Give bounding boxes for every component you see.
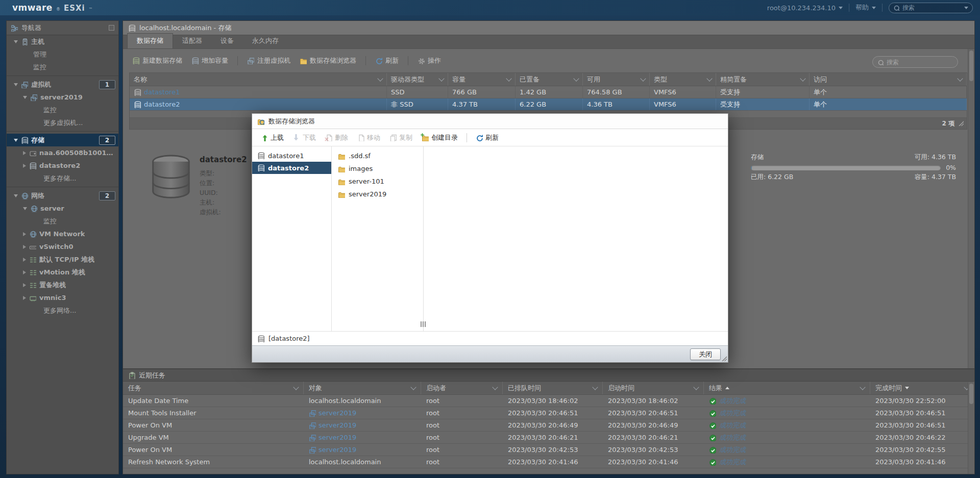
sidebar-item-vms[interactable]: 虚拟机 1 — [7, 78, 118, 91]
column-header-completed[interactable]: 完成时间 — [870, 382, 974, 394]
content-scrollbar[interactable] — [968, 49, 974, 368]
table-row-datastore2[interactable]: datastore2 非 SSD 4.37 TB 6.22 GB 4.36 TB… — [130, 98, 967, 111]
sidebar-item-default-tcpip-stack[interactable]: 默认 TCP/IP 堆栈 — [7, 253, 118, 266]
vm-target-link[interactable]: server2019 — [309, 409, 356, 417]
datastore-search[interactable] — [872, 56, 958, 68]
chevron-down-icon[interactable] — [592, 384, 598, 390]
folder-item-images[interactable]: images — [332, 162, 423, 175]
task-row[interactable]: Upgrade VM server2019 root 2023/03/30 20… — [123, 432, 974, 444]
folder-item-server-101[interactable]: server-101 — [332, 175, 423, 188]
column-header-target[interactable]: 对象 — [304, 382, 421, 394]
tab-devices[interactable]: 设备 — [211, 34, 243, 48]
delete-button[interactable]: 删除 — [322, 132, 352, 144]
table-resize-grip[interactable] — [959, 121, 964, 126]
sidebar-item-vm-network[interactable]: VM Network — [7, 228, 118, 240]
chevron-down-icon[interactable] — [377, 76, 383, 81]
download-button[interactable]: 下载 — [289, 132, 320, 144]
sidebar-item-monitor-network[interactable]: 监控 — [7, 215, 118, 228]
move-button[interactable]: 移动 — [354, 132, 384, 144]
tab-adapters[interactable]: 适配器 — [173, 34, 211, 48]
datastore2-link[interactable]: datastore2 — [144, 100, 180, 108]
collapse-panel-icon[interactable] — [109, 25, 114, 31]
upload-button[interactable]: 上载 — [257, 132, 287, 144]
sidebar-item-provisioning-stack[interactable]: 置备堆栈 — [7, 279, 118, 291]
sidebar-item-monitor-host[interactable]: 监控 — [7, 61, 118, 73]
column-header-name[interactable]: 名称 — [130, 73, 387, 86]
chevron-down-icon[interactable] — [800, 76, 805, 81]
column-header-initiator[interactable]: 启动者 — [421, 382, 503, 394]
vm-target-link[interactable]: server2019 — [309, 434, 356, 441]
increase-capacity-button[interactable]: 增加容量 — [188, 55, 231, 66]
scrollbar-thumb[interactable] — [969, 384, 973, 404]
column-resize-handle[interactable] — [421, 321, 426, 327]
column-header-capacity[interactable]: 容量 — [448, 73, 516, 86]
chevron-down-icon[interactable] — [410, 384, 416, 390]
column-header-access[interactable]: 访问 — [810, 73, 967, 86]
create-directory-button[interactable]: 创建目录 — [418, 132, 461, 144]
task-row[interactable]: Power On VM server2019 root 2023/03/30 2… — [123, 419, 974, 432]
actions-button[interactable]: 操作 — [414, 55, 444, 66]
datastore1-link[interactable]: datastore1 — [144, 88, 180, 96]
sidebar-item-vmotion-stack[interactable]: vMotion 堆栈 — [7, 266, 118, 279]
task-row[interactable]: Refresh Network System localhost.localdo… — [123, 456, 974, 468]
chevron-down-icon[interactable] — [640, 76, 646, 81]
global-search-input[interactable] — [902, 4, 961, 11]
column-header-task[interactable]: 任务 — [123, 382, 304, 394]
datastore-search-input[interactable] — [887, 59, 953, 66]
caret-right-icon[interactable] — [23, 270, 26, 274]
caret-down-icon[interactable] — [14, 40, 18, 43]
datastore-list-item-datastore2[interactable]: datastore2 — [252, 162, 331, 174]
caret-down-icon[interactable] — [23, 207, 27, 210]
vm-target-link[interactable]: server2019 — [309, 421, 356, 429]
chevron-down-icon[interactable] — [693, 384, 699, 390]
caret-right-icon[interactable] — [23, 232, 26, 236]
column-header-started[interactable]: 启动时间 — [603, 382, 704, 394]
table-row-datastore1[interactable]: datastore1 SSD 766 GB 1.42 GB 764.58 GB … — [130, 86, 967, 98]
task-row[interactable]: Mount Tools Installer server2019 root 20… — [123, 407, 974, 419]
copy-button[interactable]: 复制 — [386, 132, 416, 144]
help-menu[interactable]: 帮助 — [855, 3, 876, 12]
sidebar-item-monitor-vm[interactable]: 监控 — [7, 104, 118, 116]
global-search[interactable] — [889, 3, 973, 13]
sidebar-item-storage[interactable]: 存储 2 — [7, 134, 118, 146]
column-header-result[interactable]: 结果 — [704, 382, 870, 394]
datastore-browser-button[interactable]: 数据存储浏览器 — [297, 55, 359, 66]
chevron-down-icon[interactable] — [573, 76, 579, 81]
chevron-down-icon[interactable] — [706, 76, 712, 81]
sidebar-item-server2019[interactable]: server2019 — [7, 91, 118, 104]
folder-item-server2019[interactable]: server2019 — [332, 188, 423, 200]
column-header-type[interactable]: 类型 — [650, 73, 716, 86]
task-row[interactable]: Power On VM server2019 root 2023/03/30 2… — [123, 444, 974, 456]
sidebar-item-vswitch0[interactable]: vSwitch0 — [7, 240, 118, 253]
column-header-provisioned[interactable]: 已置备 — [516, 73, 583, 86]
chevron-down-icon[interactable] — [860, 384, 865, 390]
sidebar-item-more-storage[interactable]: 更多存储... — [7, 172, 118, 185]
chevron-down-icon[interactable] — [438, 76, 444, 81]
user-menu[interactable]: root@10.234.234.10 — [767, 4, 843, 12]
caret-right-icon[interactable] — [23, 296, 26, 300]
sidebar-item-naa-disk[interactable]: naa.600508b1001c25af... — [7, 146, 118, 159]
column-header-drive-type[interactable]: 驱动器类型 — [387, 73, 448, 86]
caret-down-icon[interactable] — [14, 194, 18, 197]
sidebar-item-manage[interactable]: 管理 — [7, 48, 118, 61]
vm-target-link[interactable]: server2019 — [309, 446, 356, 454]
caret-right-icon[interactable] — [23, 245, 26, 249]
datastore-list-item-datastore1[interactable]: datastore1 — [252, 149, 331, 162]
column-header-free[interactable]: 可用 — [583, 73, 650, 86]
caret-right-icon[interactable] — [23, 283, 26, 287]
chevron-down-icon[interactable] — [293, 384, 299, 390]
chevron-down-icon[interactable] — [492, 384, 498, 390]
caret-down-icon[interactable] — [14, 139, 18, 142]
sidebar-item-vmnic3[interactable]: vmnic3 — [7, 291, 118, 304]
sidebar-item-datastore2[interactable]: datastore2 — [7, 159, 118, 172]
sidebar-item-networking[interactable]: 网络 2 — [7, 189, 118, 202]
dialog-refresh-button[interactable]: 刷新 — [472, 132, 502, 144]
chevron-down-icon[interactable] — [964, 7, 968, 9]
sidebar-item-more-networks[interactable]: 更多网络... — [7, 304, 118, 317]
caret-down-icon[interactable] — [23, 96, 27, 99]
folder-item-sdd-sf[interactable]: .sdd.sf — [332, 149, 423, 162]
chevron-down-icon[interactable] — [506, 76, 511, 81]
caret-right-icon[interactable] — [23, 164, 26, 168]
task-row[interactable]: Update Date Time localhost.localdomain r… — [123, 395, 974, 407]
register-vm-button[interactable]: 注册虚拟机 — [244, 55, 293, 66]
